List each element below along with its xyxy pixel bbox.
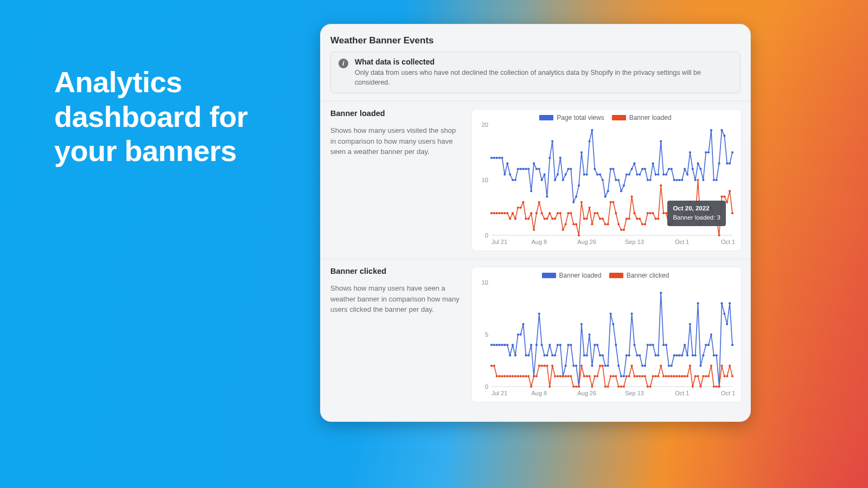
svg-point-26 xyxy=(533,162,535,164)
svg-point-154 xyxy=(628,217,630,220)
svg-text:Jul 21: Jul 21 xyxy=(492,390,507,396)
svg-point-149 xyxy=(615,212,617,214)
svg-point-67 xyxy=(641,168,643,170)
svg-point-68 xyxy=(644,168,646,170)
svg-point-181 xyxy=(699,223,701,226)
svg-point-186 xyxy=(713,217,715,220)
svg-point-114 xyxy=(522,201,524,203)
svg-point-143 xyxy=(599,217,601,220)
svg-point-229 xyxy=(557,344,559,346)
svg-point-241 xyxy=(588,333,590,336)
svg-point-81 xyxy=(678,179,680,181)
svg-point-234 xyxy=(570,344,572,346)
chart-banner-loaded[interactable]: Page total views Banner loaded 01020Jul … xyxy=(471,109,742,251)
svg-point-370 xyxy=(686,375,688,377)
svg-point-73 xyxy=(657,174,659,176)
svg-point-210 xyxy=(506,344,508,346)
svg-point-239 xyxy=(583,354,585,356)
svg-point-58 xyxy=(617,179,620,181)
svg-point-48 xyxy=(591,129,593,131)
svg-point-14 xyxy=(501,157,503,159)
svg-point-100 xyxy=(729,162,731,164)
svg-point-345 xyxy=(620,386,622,388)
svg-point-63 xyxy=(630,168,633,170)
svg-point-169 xyxy=(668,223,670,226)
svg-point-190 xyxy=(723,196,725,198)
svg-text:Aug 8: Aug 8 xyxy=(531,390,547,396)
svg-point-79 xyxy=(673,179,675,181)
svg-point-271 xyxy=(668,365,670,367)
svg-point-353 xyxy=(641,375,643,377)
svg-text:0: 0 xyxy=(485,232,488,239)
legend-swatch-orange xyxy=(609,273,623,278)
svg-point-327 xyxy=(572,386,575,388)
svg-point-146 xyxy=(607,223,609,226)
svg-point-112 xyxy=(517,207,519,209)
svg-text:10: 10 xyxy=(482,280,488,286)
svg-point-324 xyxy=(565,375,567,377)
svg-point-159 xyxy=(641,223,643,226)
svg-point-23 xyxy=(525,168,527,170)
svg-point-25 xyxy=(530,190,532,192)
svg-point-213 xyxy=(514,354,516,356)
svg-point-362 xyxy=(665,375,667,377)
svg-point-21 xyxy=(520,168,522,170)
svg-point-375 xyxy=(699,386,701,388)
svg-point-28 xyxy=(538,168,540,170)
svg-point-363 xyxy=(668,375,670,377)
chart-banner-clicked[interactable]: Banner loaded Banner clicked 0510Jul 21A… xyxy=(471,267,742,402)
svg-point-328 xyxy=(575,386,577,388)
svg-point-176 xyxy=(686,217,688,220)
section-desc: Shows how many users have seen a weather… xyxy=(330,283,463,315)
info-icon: i xyxy=(339,59,348,68)
svg-point-87 xyxy=(694,179,697,181)
svg-point-364 xyxy=(671,375,673,377)
svg-point-82 xyxy=(681,179,683,181)
svg-point-247 xyxy=(604,365,607,367)
svg-point-321 xyxy=(557,375,559,377)
divider xyxy=(321,101,750,101)
svg-point-384 xyxy=(723,375,725,377)
svg-point-221 xyxy=(535,344,538,346)
svg-point-49 xyxy=(593,168,596,170)
svg-point-105 xyxy=(499,212,501,214)
svg-point-282 xyxy=(697,302,699,304)
svg-point-99 xyxy=(726,162,728,164)
svg-point-141 xyxy=(593,212,596,214)
svg-point-304 xyxy=(512,375,514,377)
svg-point-383 xyxy=(720,365,723,367)
svg-point-89 xyxy=(699,168,701,170)
svg-point-142 xyxy=(596,212,598,214)
svg-point-170 xyxy=(671,223,673,226)
svg-point-145 xyxy=(604,223,607,226)
svg-text:Sep 13: Sep 13 xyxy=(625,239,644,245)
svg-point-120 xyxy=(538,201,540,203)
svg-point-188 xyxy=(718,234,720,236)
svg-point-344 xyxy=(617,386,620,388)
svg-point-60 xyxy=(623,184,625,187)
svg-point-54 xyxy=(607,190,609,192)
svg-point-386 xyxy=(729,365,731,367)
svg-point-122 xyxy=(543,217,545,220)
svg-point-133 xyxy=(572,223,575,226)
svg-point-123 xyxy=(546,217,548,220)
svg-point-225 xyxy=(546,354,548,356)
svg-point-95 xyxy=(716,179,718,181)
svg-point-12 xyxy=(496,157,498,159)
svg-point-187 xyxy=(716,217,718,220)
svg-point-16 xyxy=(506,162,508,164)
svg-point-135 xyxy=(578,234,580,236)
svg-point-178 xyxy=(692,217,694,220)
svg-point-248 xyxy=(607,365,609,367)
svg-point-157 xyxy=(636,217,638,220)
svg-point-167 xyxy=(662,212,665,214)
svg-point-45 xyxy=(583,174,585,176)
svg-point-127 xyxy=(557,212,559,214)
svg-point-233 xyxy=(567,344,569,346)
svg-point-193 xyxy=(731,212,733,214)
svg-point-164 xyxy=(654,217,656,220)
section-title: Banner loaded xyxy=(330,109,463,118)
svg-point-360 xyxy=(660,365,662,367)
svg-point-309 xyxy=(525,375,527,377)
svg-point-140 xyxy=(591,223,593,226)
